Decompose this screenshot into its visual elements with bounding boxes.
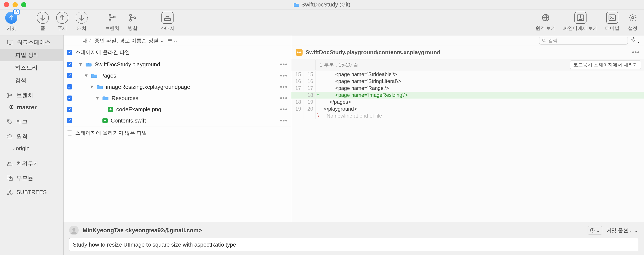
file-name: SwiftDocStudy.playground <box>95 61 277 68</box>
file-menu[interactable]: ••• <box>280 95 288 102</box>
pull-button[interactable]: 풀 <box>37 12 49 32</box>
code-line[interactable]: 1819 </pages> <box>291 98 644 106</box>
list-view-toggle[interactable]: ⌄ <box>167 38 178 44</box>
disclosure-icon[interactable]: ▼ <box>95 95 100 101</box>
file-menu[interactable]: ••• <box>280 106 288 113</box>
added-icon: + <box>108 107 113 112</box>
file-name: Pages <box>100 72 277 79</box>
file-row[interactable]: ✓▼Resources••• <box>64 92 291 104</box>
diff-panel-header: 검색 ⌄ <box>291 36 644 46</box>
chevron-down-icon: ⌄ <box>634 227 638 233</box>
folder-icon <box>97 84 103 89</box>
file-menu[interactable]: ••• <box>280 84 288 90</box>
main: 대기 중인 파일, 경로 이름순 정렬 ⌄ ⌄ ✓ 스테이지에 올라간 파일 ✓… <box>64 36 644 255</box>
modified-icon: ••• <box>296 49 302 56</box>
remote-view-button[interactable]: 원격 보기 <box>536 12 556 32</box>
diff-panel: 검색 ⌄ ••• SwiftDocStudy.playground/conten… <box>291 36 644 222</box>
window-title: SwiftDocStudy (Git) <box>294 1 350 8</box>
file-row[interactable]: ✓▼Pages••• <box>64 70 291 81</box>
sidebar-item-search[interactable]: 검색 <box>0 74 63 87</box>
toolbar: 6 커밋 풀 푸시 패치 브랜치 병합 스태시 원격 보기 파인더에서 보기 터… <box>0 10 644 36</box>
file-row[interactable]: ✓+Contents.swift••• <box>64 115 291 126</box>
zoom-icon[interactable] <box>21 2 26 7</box>
commit-badge: 6 <box>13 9 20 15</box>
svg-point-3 <box>130 14 132 16</box>
sidebar-subtrees-header[interactable]: SUBTREES <box>0 184 63 198</box>
window-title-text: SwiftDocStudy (Git) <box>302 1 350 8</box>
diff-settings-button[interactable]: ⌄ <box>631 37 640 44</box>
file-name: imageResizing.xcplaygroundpage <box>106 84 277 90</box>
file-menu[interactable]: ••• <box>280 61 288 68</box>
diff-hunk-header: 1 부분 : 15-20 줄 코드뭉치 스테이지에서 내리기 <box>291 59 644 71</box>
file-menu[interactable]: ••• <box>280 117 288 124</box>
file-checkbox[interactable]: ✓ <box>67 62 72 67</box>
svg-rect-6 <box>165 18 170 20</box>
added-icon: + <box>102 118 108 123</box>
file-checkbox[interactable]: ✓ <box>67 84 72 90</box>
code-line[interactable]: 1515 <page name='Strideable'/> <box>291 71 644 78</box>
sort-dropdown[interactable]: 대기 중인 파일, 경로 이름순 정렬 ⌄ <box>82 37 164 44</box>
avatar <box>69 226 79 235</box>
folder-icon <box>91 73 97 78</box>
disclosure-icon[interactable]: ▼ <box>78 62 82 67</box>
sidebar-remotes-header[interactable]: 원격 <box>0 128 63 142</box>
cloud-icon <box>6 134 14 139</box>
stash-button[interactable]: 스태시 <box>160 12 174 32</box>
sidebar-item-file-status[interactable]: 파일 상태 <box>0 48 63 61</box>
file-checkbox[interactable]: ✓ <box>67 118 72 123</box>
code-line[interactable]: 1717 <page name='Range'/> <box>291 85 644 92</box>
disclosure-icon[interactable]: ▼ <box>84 73 88 78</box>
terminal-button[interactable]: 터미널 <box>605 12 619 32</box>
file-checkbox[interactable]: ✓ <box>67 96 72 101</box>
svg-point-4 <box>130 20 132 21</box>
unstage-hunk-button[interactable]: 코드뭉치 스테이지에서 내리기 <box>570 60 641 69</box>
sidebar-tags-header[interactable]: 태그 <box>0 114 63 128</box>
file-row[interactable]: ✓▼SwiftDocStudy.playground••• <box>64 59 291 70</box>
commit-message-input[interactable]: Study how to resize UIImage to square si… <box>69 238 638 251</box>
sidebar-branches-header[interactable]: 브랜치 <box>0 87 63 101</box>
unstaged-checkbox[interactable] <box>67 130 72 136</box>
branch-icon <box>6 92 14 98</box>
chevron-down-icon: ⌄ <box>160 38 164 44</box>
search-input[interactable]: 검색 <box>539 37 628 44</box>
code-line[interactable]: 1616 <page name='StringLiteral'/> <box>291 78 644 85</box>
chevron-down-icon: ⌄ <box>173 38 178 44</box>
fetch-button[interactable]: 패치 <box>76 12 88 32</box>
disclosure-icon[interactable]: ▼ <box>90 84 94 90</box>
minimize-icon[interactable] <box>12 2 18 7</box>
sidebar-hidden-header[interactable]: 치워두기 <box>0 152 63 170</box>
branch-button[interactable]: 브랜치 <box>105 12 119 32</box>
push-button[interactable]: 푸시 <box>56 12 68 32</box>
window-controls <box>4 2 26 7</box>
staged-files-header: ✓ 스테이지에 올라간 파일 <box>64 46 291 59</box>
diff-file-menu[interactable]: ••• <box>632 49 640 56</box>
commit-history-button[interactable]: ⌄ <box>588 226 602 235</box>
sidebar-item-origin[interactable]: › origin <box>0 142 63 152</box>
diff-file-path: SwiftDocStudy.playground/contents.xcplay… <box>306 49 440 56</box>
merge-button[interactable]: 병합 <box>127 12 139 32</box>
sidebar-item-history[interactable]: 히스토리 <box>0 61 63 74</box>
file-checkbox[interactable]: ✓ <box>67 107 72 112</box>
code-line: \ No newline at end of file <box>291 112 644 119</box>
sidebar-item-workspace[interactable]: 워크스페이스 <box>0 36 63 48</box>
svg-point-21 <box>9 190 10 192</box>
show-finder-button[interactable]: 파인더에서 보기 <box>563 12 598 32</box>
file-menu[interactable]: ••• <box>280 72 288 79</box>
commit-button[interactable]: 6 커밋 <box>5 12 17 32</box>
folder-icon <box>86 62 92 67</box>
file-row[interactable]: ✓+codeExample.png••• <box>64 104 291 115</box>
commit-options-button[interactable]: 커밋 옵션... ⌄ <box>606 227 638 234</box>
file-row[interactable]: ✓▼imageResizing.xcplaygroundpage••• <box>64 81 291 92</box>
file-panel-header: 대기 중인 파일, 경로 이름순 정렬 ⌄ ⌄ <box>64 36 291 46</box>
svg-point-12 <box>8 93 9 94</box>
svg-point-0 <box>109 14 111 16</box>
file-checkbox[interactable]: ✓ <box>67 73 72 78</box>
settings-button[interactable]: 설정 <box>627 12 639 32</box>
staged-checkbox[interactable]: ✓ <box>67 50 72 55</box>
code-line[interactable]: 18+ <page name='imageResizing'/> <box>291 92 644 98</box>
sidebar-submodules-header[interactable]: 부모듈 <box>0 170 63 184</box>
file-name: Resources <box>112 95 277 102</box>
code-line[interactable]: 1920</playground> <box>291 106 644 112</box>
sidebar-item-master[interactable]: master <box>0 101 63 114</box>
close-icon[interactable] <box>4 2 9 7</box>
